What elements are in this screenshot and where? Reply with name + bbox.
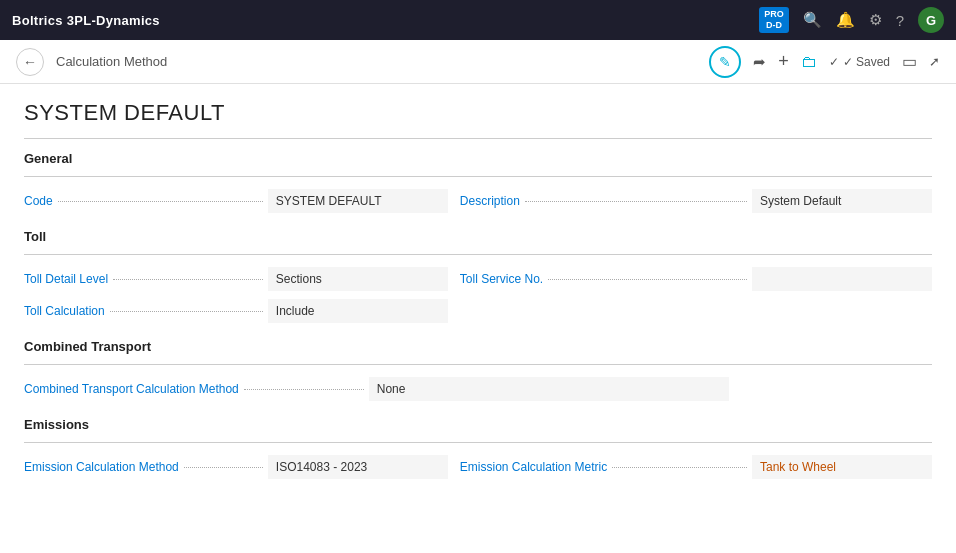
- toolbar-icons: ✎ ➦ + 🗀 ✓ ✓ Saved ▭ ➚: [709, 46, 940, 78]
- saved-label: ✓ Saved: [843, 55, 890, 69]
- emission-calc-metric-value: Tank to Wheel: [752, 455, 932, 479]
- back-button[interactable]: ←: [16, 48, 44, 76]
- share-button[interactable]: ➦: [753, 53, 766, 71]
- toll-service-dots: [548, 279, 747, 280]
- combined-transport-section: Combined Transport Combined Transport Ca…: [24, 339, 932, 401]
- add-button[interactable]: +: [778, 51, 789, 72]
- gear-icon[interactable]: ⚙: [869, 11, 882, 29]
- general-section: General Code SYSTEM DEFAULT Description …: [24, 151, 932, 213]
- page-title: SYSTEM DEFAULT: [24, 100, 932, 126]
- combined-transport-header: Combined Transport: [24, 339, 932, 354]
- combined-transport-calc-label: Combined Transport Calculation Method: [24, 382, 239, 396]
- code-value: SYSTEM DEFAULT: [268, 189, 448, 213]
- toll-service-no-value: [752, 267, 932, 291]
- emission-calc-metric-dots: [612, 467, 747, 468]
- main-content: SYSTEM DEFAULT General Code SYSTEM DEFAU…: [0, 84, 956, 553]
- saved-check-icon: ✓: [829, 55, 839, 69]
- toll-calculation-label: Toll Calculation: [24, 304, 105, 318]
- code-dots: [58, 201, 263, 202]
- description-label: Description: [460, 194, 520, 208]
- toll-detail-row: Toll Detail Level Sections Toll Service …: [24, 267, 932, 291]
- emission-calc-method-label: Emission Calculation Method: [24, 460, 179, 474]
- combined-transport-divider: [24, 364, 932, 365]
- toll-detail-level-group: Toll Detail Level Sections: [24, 267, 460, 291]
- description-value: System Default: [752, 189, 932, 213]
- expand-button[interactable]: ➚: [929, 54, 940, 69]
- user-avatar[interactable]: G: [918, 7, 944, 33]
- breadcrumb: Calculation Method: [56, 54, 701, 69]
- toll-calculation-value: Include: [268, 299, 448, 323]
- app-brand: Boltrics 3PL-Dynamics: [12, 13, 160, 28]
- toll-detail-level-label: Toll Detail Level: [24, 272, 108, 286]
- toll-section-header: Toll: [24, 229, 932, 244]
- emission-calc-method-dots: [184, 467, 263, 468]
- pro-badge: PROD-D: [759, 7, 789, 33]
- combined-transport-calc-group: Combined Transport Calculation Method No…: [24, 377, 932, 401]
- toll-divider: [24, 254, 932, 255]
- emission-calc-method-value: ISO14083 - 2023: [268, 455, 448, 479]
- code-field-group: Code SYSTEM DEFAULT: [24, 189, 460, 213]
- general-section-header: General: [24, 151, 932, 166]
- description-dots: [525, 201, 747, 202]
- emissions-section: Emissions Emission Calculation Method IS…: [24, 417, 932, 479]
- combined-transport-dots: [244, 389, 364, 390]
- delete-button[interactable]: 🗀: [801, 53, 817, 71]
- toll-calculation-group: Toll Calculation Include: [24, 299, 460, 323]
- nav-bar: Boltrics 3PL-Dynamics PROD-D 🔍 🔔 ⚙ ? G: [0, 0, 956, 40]
- general-fields-row: Code SYSTEM DEFAULT Description System D…: [24, 189, 932, 213]
- nav-icons: PROD-D 🔍 🔔 ⚙ ? G: [759, 7, 944, 33]
- top-divider: [24, 138, 932, 139]
- emission-calc-metric-group: Emission Calculation Metric Tank to Whee…: [460, 455, 932, 479]
- combined-transport-field-row: Combined Transport Calculation Method No…: [24, 377, 932, 401]
- action-bar: ← Calculation Method ✎ ➦ + 🗀 ✓ ✓ Saved ▭…: [0, 40, 956, 84]
- emission-calc-method-group: Emission Calculation Method ISO14083 - 2…: [24, 455, 460, 479]
- emission-calc-metric-label: Emission Calculation Metric: [460, 460, 607, 474]
- toll-service-no-group: Toll Service No.: [460, 267, 932, 291]
- search-icon[interactable]: 🔍: [803, 11, 822, 29]
- description-field-group: Description System Default: [460, 189, 932, 213]
- toll-calc-row: Toll Calculation Include: [24, 299, 932, 323]
- saved-indicator: ✓ ✓ Saved: [829, 55, 890, 69]
- toll-section: Toll Toll Detail Level Sections Toll Ser…: [24, 229, 932, 323]
- emissions-fields-row: Emission Calculation Method ISO14083 - 2…: [24, 455, 932, 479]
- emissions-section-header: Emissions: [24, 417, 932, 432]
- window-button[interactable]: ▭: [902, 52, 917, 71]
- combined-transport-calc-value: None: [369, 377, 729, 401]
- toll-service-no-label: Toll Service No.: [460, 272, 543, 286]
- toll-detail-level-value: Sections: [268, 267, 448, 291]
- bell-icon[interactable]: 🔔: [836, 11, 855, 29]
- emissions-divider: [24, 442, 932, 443]
- toll-detail-dots: [113, 279, 263, 280]
- toll-calculation-dots: [110, 311, 263, 312]
- edit-button[interactable]: ✎: [709, 46, 741, 78]
- code-label: Code: [24, 194, 53, 208]
- general-divider: [24, 176, 932, 177]
- help-icon[interactable]: ?: [896, 12, 904, 29]
